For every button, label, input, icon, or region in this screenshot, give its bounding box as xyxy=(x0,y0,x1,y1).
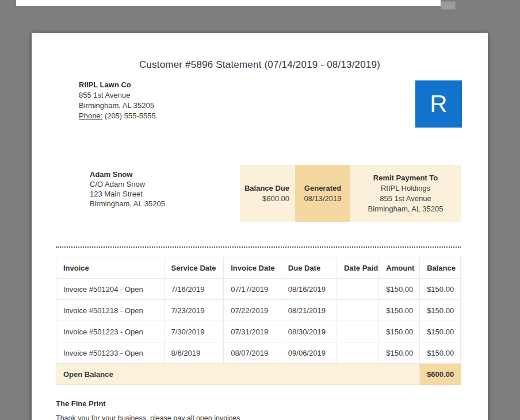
company-logo: R xyxy=(415,80,462,128)
table-cell: Invoice #501218 - Open xyxy=(56,300,165,321)
generated-value: 08/13/2019 xyxy=(304,194,341,204)
table-row: Invoice #501223 - Open7/30/201907/31/201… xyxy=(56,321,461,342)
column-header: Invoice xyxy=(56,257,165,279)
remit-label: Remit Payment To xyxy=(373,173,438,183)
table-cell: 07/17/2019 xyxy=(224,279,281,300)
viewer-background: Customer #5896 Statement (07/14/2019 - 0… xyxy=(0,0,520,420)
customer-line1: C/O Adam Snow xyxy=(90,179,165,189)
remit-payment-cell: Remit Payment To RIIPL Holdings 855 1st … xyxy=(350,165,461,222)
table-cell: 07/31/2019 xyxy=(224,321,281,342)
table-cell: $150.00 xyxy=(379,300,420,321)
table-row: Invoice #501218 - Open7/23/201907/22/201… xyxy=(56,300,461,321)
table-cell: $150.00 xyxy=(420,342,461,364)
table-cell: 07/22/2019 xyxy=(224,300,281,321)
table-cell: Invoice #501223 - Open xyxy=(56,321,165,342)
balance-due-label: Balance Due xyxy=(244,183,289,194)
table-cell: Invoice #501204 - Open xyxy=(56,279,165,300)
summary-panel: Balance Due $600.00 Generated 08/13/2019… xyxy=(240,165,461,222)
table-cell: 08/30/2019 xyxy=(281,321,337,342)
dashed-divider xyxy=(56,246,461,248)
column-header: Service Date xyxy=(164,257,224,279)
table-cell xyxy=(337,342,378,364)
table-cell: $150.00 xyxy=(420,300,461,321)
table-row: Invoice #501233 - Open8/6/201908/07/2019… xyxy=(56,342,461,364)
table-cell: 08/07/2019 xyxy=(224,342,281,364)
table-cell xyxy=(337,321,378,342)
table-cell: 08/16/2019 xyxy=(281,279,337,300)
table-header-row: InvoiceService DateInvoice DateDue DateD… xyxy=(56,257,461,279)
fine-print-heading: The Fine Print xyxy=(56,399,106,408)
table-row: Invoice #501204 - Open7/16/201907/17/201… xyxy=(56,279,461,300)
generated-cell: Generated 08/13/2019 xyxy=(295,165,350,222)
previous-page-edge xyxy=(16,0,441,6)
invoice-table-body: Invoice #501204 - Open7/16/201907/17/201… xyxy=(56,279,461,364)
company-address-line1: 855 1st Avenue xyxy=(79,90,156,101)
table-cell: $150.00 xyxy=(379,279,420,300)
table-cell: Invoice #501233 - Open xyxy=(56,342,165,364)
phone-label: Phone: xyxy=(79,111,102,120)
column-header: Amount xyxy=(379,257,420,279)
table-cell: 08/21/2019 xyxy=(281,300,337,321)
customer-info: Adam Snow C/O Adam Snow 123 Main Street … xyxy=(90,169,165,209)
open-balance-row: Open Balance $600.00 xyxy=(56,364,461,385)
table-cell: 09/06/2019 xyxy=(281,342,337,364)
invoice-table: InvoiceService DateInvoice DateDue DateD… xyxy=(56,257,461,385)
customer-line2: 123 Main Street xyxy=(90,189,165,199)
company-name: RIIPL Lawn Co xyxy=(79,80,156,90)
statement-page: Customer #5896 Statement (07/14/2019 - 0… xyxy=(32,33,488,420)
column-header: Due Date xyxy=(281,257,337,279)
table-cell: $150.00 xyxy=(379,342,420,364)
open-balance-label: Open Balance xyxy=(56,364,420,385)
remit-line1: RIIPL Holdings xyxy=(381,183,430,194)
remit-line2: 855 1st Avenue xyxy=(380,194,431,204)
remit-line3: Birmingham, AL 35205 xyxy=(368,204,443,214)
table-cell: $150.00 xyxy=(420,279,461,300)
phone-value: (205) 555-5555 xyxy=(105,111,156,120)
balance-due-value: $600.00 xyxy=(262,194,289,204)
table-cell: $150.00 xyxy=(379,321,420,342)
fine-print-text: Thank you for your business, please pay … xyxy=(56,414,240,420)
customer-line3: Birmingham, AL 35205 xyxy=(90,199,165,209)
column-header: Invoice Date xyxy=(224,257,281,279)
table-cell: 7/30/2019 xyxy=(164,321,224,342)
scrollbar-thumb[interactable] xyxy=(441,1,456,10)
company-info: RIIPL Lawn Co 855 1st Avenue Birmingham,… xyxy=(79,80,156,121)
logo-letter: R xyxy=(430,92,447,116)
table-cell: 7/16/2019 xyxy=(164,279,224,300)
generated-label: Generated xyxy=(304,183,341,194)
column-header: Date Paid xyxy=(337,257,378,279)
open-balance-value: $600.00 xyxy=(420,364,461,385)
company-address-line2: Birmingham, AL 35205 xyxy=(79,101,156,111)
customer-name: Adam Snow xyxy=(90,169,165,179)
table-cell: $150.00 xyxy=(420,321,461,342)
company-phone: Phone: (205) 555-5555 xyxy=(79,111,156,121)
table-cell: 8/6/2019 xyxy=(164,342,224,364)
page-title: Customer #5896 Statement (07/14/2019 - 0… xyxy=(32,59,488,71)
column-header: Balance xyxy=(420,257,461,279)
table-cell: 7/23/2019 xyxy=(164,300,224,321)
table-cell xyxy=(337,300,378,321)
balance-due-cell: Balance Due $600.00 xyxy=(240,165,295,222)
table-cell xyxy=(337,279,378,300)
